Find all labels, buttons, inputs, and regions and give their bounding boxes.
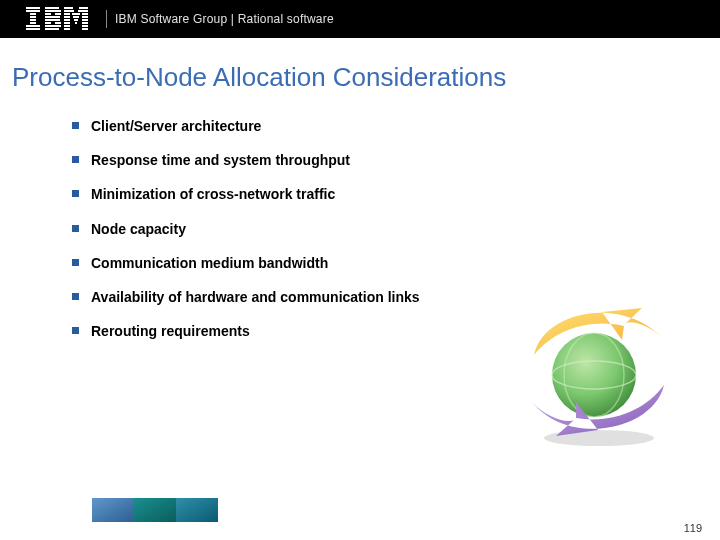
svg-rect-23: [72, 13, 80, 15]
ibm-logo-i: [24, 7, 42, 31]
svg-rect-20: [64, 10, 74, 12]
bullet-square-icon: [72, 259, 79, 266]
list-item: Communication medium bandwidth: [72, 254, 720, 272]
svg-rect-17: [45, 28, 59, 30]
svg-rect-31: [64, 22, 70, 24]
footer-thumbnails: [92, 498, 218, 522]
svg-rect-26: [73, 16, 79, 18]
footer-thumb-icon: [176, 498, 218, 522]
svg-rect-15: [55, 22, 61, 24]
svg-rect-37: [82, 28, 88, 30]
svg-rect-18: [64, 7, 73, 9]
svg-rect-7: [26, 28, 40, 30]
svg-rect-21: [78, 10, 88, 12]
svg-rect-24: [82, 13, 88, 15]
bullet-text: Response time and system throughput: [91, 151, 350, 169]
svg-rect-14: [45, 22, 51, 24]
bullet-text: Rerouting requirements: [91, 322, 250, 340]
svg-rect-28: [64, 19, 70, 21]
page-title: Process-to-Node Allocation Consideration…: [0, 38, 720, 105]
footer-thumb-icon: [92, 498, 134, 522]
list-item: Client/Server architecture: [72, 117, 720, 135]
svg-rect-29: [74, 19, 78, 21]
svg-rect-2: [30, 13, 36, 15]
ibm-logo-b: [44, 7, 62, 31]
svg-rect-13: [45, 19, 60, 21]
bullet-square-icon: [72, 327, 79, 334]
svg-rect-1: [26, 10, 40, 12]
header-group-text: IBM Software Group | Rational software: [115, 12, 334, 26]
svg-rect-5: [30, 22, 36, 24]
svg-rect-27: [82, 16, 88, 18]
svg-rect-3: [30, 16, 36, 18]
bullet-square-icon: [72, 225, 79, 232]
header-divider: [106, 10, 107, 28]
bullet-square-icon: [72, 293, 79, 300]
bullet-text: Client/Server architecture: [91, 117, 261, 135]
footer-thumb-icon: [134, 498, 176, 522]
page-number: 119: [684, 522, 702, 534]
svg-rect-25: [64, 16, 70, 18]
ibm-logo-m: [64, 7, 88, 31]
svg-rect-8: [45, 7, 59, 9]
svg-rect-30: [82, 19, 88, 21]
svg-rect-19: [79, 7, 88, 9]
list-item: Minimization of cross-network traffic: [72, 185, 720, 203]
svg-rect-9: [45, 10, 61, 12]
header-bar: IBM Software Group | Rational software: [0, 0, 720, 38]
svg-rect-0: [26, 7, 40, 9]
svg-rect-32: [75, 22, 77, 24]
bullet-text: Communication medium bandwidth: [91, 254, 328, 272]
svg-rect-36: [64, 28, 70, 30]
footer: 119: [0, 504, 720, 540]
svg-rect-35: [82, 25, 88, 27]
bullet-square-icon: [72, 122, 79, 129]
svg-rect-6: [26, 25, 40, 27]
svg-rect-10: [45, 13, 51, 15]
bullet-text: Node capacity: [91, 220, 186, 238]
svg-rect-12: [45, 16, 60, 18]
bullet-text: Minimization of cross-network traffic: [91, 185, 335, 203]
bullet-square-icon: [72, 190, 79, 197]
bullet-square-icon: [72, 156, 79, 163]
svg-rect-4: [30, 19, 36, 21]
list-item: Node capacity: [72, 220, 720, 238]
svg-rect-22: [64, 13, 70, 15]
svg-rect-33: [82, 22, 88, 24]
bullet-text: Availability of hardware and communicati…: [91, 288, 420, 306]
ibm-logo: [24, 7, 88, 31]
decorative-swirl-icon: [514, 290, 684, 450]
svg-rect-16: [45, 25, 61, 27]
svg-rect-34: [64, 25, 70, 27]
svg-rect-11: [55, 13, 61, 15]
slide: IBM Software Group | Rational software P…: [0, 0, 720, 540]
list-item: Response time and system throughput: [72, 151, 720, 169]
